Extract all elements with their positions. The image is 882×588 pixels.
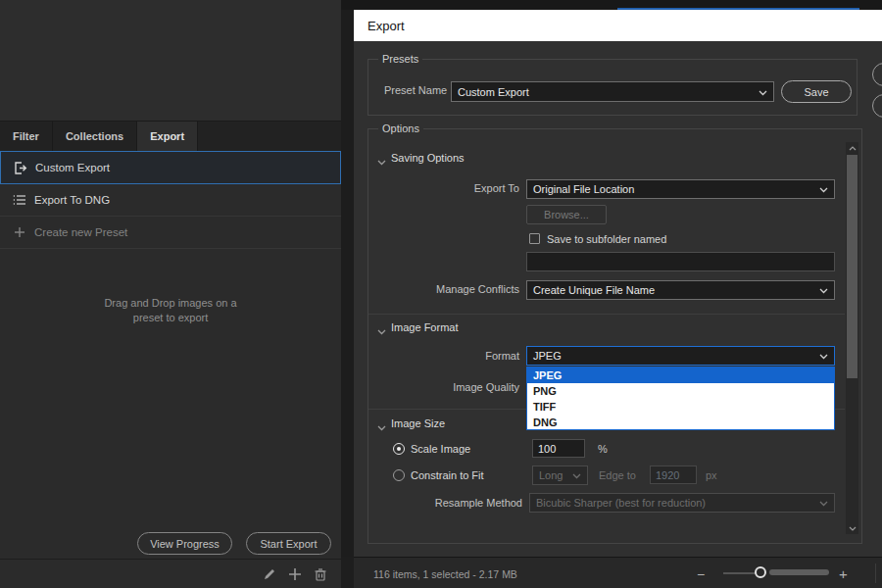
- resample-method-value: Bicubic Sharper (best for reduction): [536, 497, 706, 509]
- chevron-down-icon: [572, 469, 581, 481]
- plus-icon: [12, 225, 27, 239]
- format-option-tiff[interactable]: TIFF: [527, 399, 834, 415]
- scroll-down-icon[interactable]: [846, 522, 858, 534]
- image-format-header[interactable]: Image Format: [391, 321, 458, 333]
- pencil-icon[interactable]: [263, 567, 276, 581]
- format-value: JPEG: [533, 350, 562, 362]
- chevron-down-icon: [819, 350, 828, 362]
- application-window: Filter Collections Export Custom Export …: [0, 0, 882, 588]
- format-option-jpeg[interactable]: JPEG: [527, 368, 834, 383]
- export-icon: [13, 161, 28, 174]
- format-label: Format: [373, 350, 519, 362]
- plus-icon[interactable]: [288, 567, 302, 581]
- presets-group-legend: Presets: [378, 53, 422, 65]
- saving-options-header[interactable]: Saving Options: [391, 152, 465, 164]
- drag-drop-hint: Drag and Drop images on a preset to expo…: [0, 296, 341, 325]
- chevron-down-icon[interactable]: [377, 421, 386, 427]
- scale-image-radio[interactable]: [393, 443, 405, 455]
- export-to-select[interactable]: Original File Location: [526, 179, 835, 199]
- tab-export[interactable]: Export: [137, 122, 198, 151]
- scale-unit-label: %: [598, 443, 608, 455]
- export-to-label: Export To: [373, 182, 519, 194]
- constrain-to-fit-radio[interactable]: [393, 469, 405, 481]
- chevron-down-icon: [759, 86, 767, 98]
- edge-select-value: Long: [539, 469, 563, 481]
- list-icon: [12, 193, 27, 207]
- preset-name-label: Preset Name: [384, 84, 447, 96]
- status-divider: [875, 564, 876, 583]
- format-option-dng[interactable]: DNG: [527, 415, 834, 430]
- image-size-header[interactable]: Image Size: [391, 417, 445, 429]
- manage-conflicts-select[interactable]: Create Unique File Name: [526, 280, 835, 300]
- start-export-button[interactable]: Start Export: [246, 532, 331, 555]
- drag-drop-hint-line1: Drag and Drop images on a: [0, 296, 341, 311]
- list-item-custom-export[interactable]: Custom Export: [0, 151, 341, 184]
- cutoff-button: [872, 63, 882, 86]
- scale-percent-input[interactable]: [532, 439, 585, 458]
- left-panel-footer: [0, 559, 341, 588]
- edge-unit-label: px: [706, 469, 717, 481]
- resample-method-label: Resample Method: [373, 497, 522, 509]
- chevron-down-icon[interactable]: [377, 325, 386, 331]
- zoom-slider-handle[interactable]: [755, 566, 766, 578]
- list-item-label: Create new Preset: [34, 226, 127, 238]
- manage-conflicts-value: Create Unique File Name: [533, 284, 655, 296]
- list-item-label: Export To DNG: [34, 194, 110, 206]
- scroll-up-icon[interactable]: [846, 142, 858, 154]
- manage-conflicts-label: Manage Conflicts: [373, 283, 519, 295]
- preview-panel: [0, 0, 341, 122]
- subfolder-checkbox-label: Save to subfolder named: [547, 233, 666, 245]
- edge-select[interactable]: Long: [532, 466, 588, 485]
- list-item-export-to-dng[interactable]: Export To DNG: [0, 184, 341, 217]
- export-dialog-body: Presets Preset Name Custom Export Save O…: [354, 41, 882, 557]
- status-bar: 116 items, 1 selected - 2.17 MB − +: [354, 557, 882, 588]
- list-item-create-new-preset[interactable]: Create new Preset: [0, 217, 341, 249]
- edge-to-label: Edge to: [599, 469, 636, 481]
- chevron-down-icon: [819, 497, 828, 509]
- zoom-in-icon[interactable]: +: [839, 565, 848, 582]
- resample-method-select[interactable]: Bicubic Sharper (best for reduction): [529, 493, 835, 513]
- scrollbar-thumb[interactable]: [847, 155, 858, 378]
- tab-filter[interactable]: Filter: [0, 122, 53, 151]
- browse-button[interactable]: Browse...: [526, 205, 607, 224]
- subfolder-name-input[interactable]: [526, 252, 835, 271]
- export-presets-list: Custom Export Export To DNG Create new P…: [0, 151, 341, 559]
- image-quality-label: Image Quality: [373, 381, 519, 393]
- dialog-title: Export: [368, 19, 405, 33]
- list-item-label: Custom Export: [35, 162, 110, 173]
- left-panel-tabs: Filter Collections Export: [0, 122, 341, 151]
- section-divider: [368, 314, 845, 315]
- cutoff-button: [872, 94, 882, 118]
- preset-name-value: Custom Export: [458, 86, 529, 98]
- save-button[interactable]: Save: [781, 80, 852, 103]
- options-group-legend: Options: [378, 122, 423, 134]
- subfolder-checkbox[interactable]: [529, 233, 540, 244]
- export-to-value: Original File Location: [533, 183, 634, 195]
- format-option-png[interactable]: PNG: [527, 383, 834, 399]
- constrain-to-fit-label: Constrain to Fit: [411, 469, 484, 481]
- zoom-slider-fill[interactable]: [769, 569, 829, 575]
- tab-collections[interactable]: Collections: [53, 122, 137, 151]
- format-dropdown-list: JPEG PNG TIFF DNG: [526, 367, 835, 430]
- scale-image-label: Scale Image: [411, 443, 470, 455]
- trash-icon[interactable]: [314, 567, 327, 581]
- format-select[interactable]: JPEG: [526, 346, 835, 366]
- status-summary: 116 items, 1 selected - 2.17 MB: [373, 568, 517, 580]
- chevron-down-icon: [819, 284, 828, 296]
- zoom-slider-track[interactable]: [723, 572, 756, 574]
- preset-name-select[interactable]: Custom Export: [451, 81, 774, 102]
- view-progress-button[interactable]: View Progress: [137, 532, 232, 555]
- edge-pixels-input[interactable]: [650, 466, 697, 484]
- chevron-down-icon[interactable]: [377, 156, 386, 162]
- panel-gap: [341, 10, 354, 557]
- dialog-titlebar: Export: [354, 10, 882, 41]
- zoom-out-icon[interactable]: −: [697, 566, 705, 582]
- chevron-down-icon: [819, 183, 828, 195]
- drag-drop-hint-line2: preset to export: [0, 311, 341, 325]
